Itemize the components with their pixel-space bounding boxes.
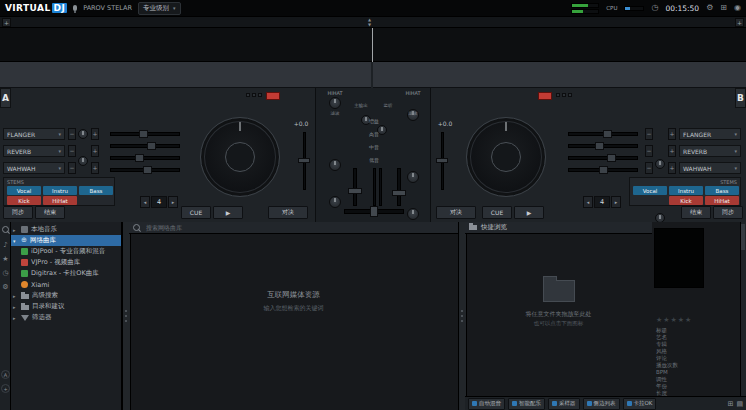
deck-a-play-button[interactable]: ▶ [213,206,243,219]
deck-b-fx3-plus-button[interactable]: + [668,162,676,174]
deck-b-fx-select-2[interactable]: REVERB▾ [679,145,741,157]
deck-a-param-slider-2[interactable] [110,144,180,148]
search-icon[interactable] [0,225,11,237]
sidebar-item-filters[interactable]: ▸ 筛选器 [11,312,121,323]
deck-a-record-button[interactable] [266,92,280,100]
deck-b-record-button[interactable] [538,92,552,100]
slider-handle[interactable] [143,166,152,174]
karaoke-button[interactable]: 卡拉OK [623,398,657,410]
sidelist-button[interactable]: 侧边列表 [583,398,620,410]
sidebar-item-xiami[interactable]: Xiami [11,279,121,290]
deck-b-stem-vocal-button[interactable]: Vocal [633,186,667,195]
deck-a-fx1-plus-button[interactable]: + [91,128,99,140]
deck-a-param-slider-4[interactable] [110,168,180,172]
deck-b-loop-double-button[interactable]: ▸ [611,196,621,208]
deck-b-param-slider-1[interactable] [568,132,638,136]
expander-icon[interactable]: ▸ [13,304,18,310]
power-icon[interactable]: ◉ [734,4,741,12]
panel-splitter-left[interactable] [122,222,131,410]
rating-stars[interactable]: ★★★★★ [656,316,692,324]
deck-a-stem-bass-button[interactable]: Bass [79,186,113,195]
smart-mix-button[interactable]: 智能配乐 [508,398,545,410]
expander-icon[interactable]: ▸ [13,315,18,321]
expander-icon[interactable]: ▾ [13,238,18,244]
sidebar-item-idjpool[interactable]: iDJPool - 专业音频和混音 [11,246,121,257]
rail-add-button[interactable]: + [1,384,10,393]
deck-b-loop-half-button[interactable]: ◂ [583,196,593,208]
deck-b-fx2-plus-button[interactable]: + [668,145,676,157]
deck-a-fx-select-2[interactable]: REVERB▾ [3,145,65,157]
deck-a-stem-instru-button[interactable]: Instru [43,186,77,195]
deck-b-stem-hihat-button[interactable]: HiHat [705,196,739,205]
deck-b-play-button[interactable]: ▶ [514,206,544,219]
deck-b-cue-button[interactable]: CUE [482,206,512,219]
slider-handle[interactable] [607,154,616,162]
deck-b-pitch-handle[interactable] [436,158,448,163]
slider-handle[interactable] [603,130,612,138]
slider-handle[interactable] [147,142,156,150]
mixer-gain-knob-left[interactable] [329,159,341,171]
deck-a-loop-half-button[interactable]: ◂ [140,196,150,208]
waveform-display[interactable] [0,28,746,62]
mixer-volume-fader-left[interactable] [353,168,357,206]
deck-a-fx3-plus-button[interactable]: + [91,162,99,174]
deck-b-fx1-knob[interactable] [655,159,665,169]
deck-a-fx-select-3[interactable]: WAHWAH▾ [3,162,65,174]
wave-scroll-down-icon[interactable]: ▼ [368,22,371,27]
deck-b-fx-select-3[interactable]: WAHWAH▾ [679,162,741,174]
deck-a-cue-button[interactable]: CUE [181,206,211,219]
slider-handle[interactable] [599,166,608,174]
deck-a-fx2-knob[interactable] [78,156,88,166]
deck-a-duel-button[interactable]: 对决 [268,206,308,219]
sidebar-item-local-music[interactable]: ▸ 本地音乐 [11,224,121,235]
deck-a-stem-vocal-button[interactable]: Vocal [7,186,41,195]
expander-icon[interactable]: ▸ [13,293,18,299]
wave-zoom-left-button[interactable]: + [2,18,11,27]
deck-a-fx-select-1[interactable]: FLANGER▾ [3,128,65,140]
deck-a-fx1-minus-button[interactable]: − [68,128,76,140]
deck-b-param-slider-2[interactable] [568,144,638,148]
deck-a-fx2-plus-button[interactable]: + [91,145,99,157]
layout-select[interactable]: 专业级别 ▾ [138,2,181,15]
deck-a-sync-button[interactable]: 同步 [3,206,33,219]
deck-b-duel-button[interactable]: 对决 [436,206,476,219]
deck-b-stem-bass-button[interactable]: Bass [705,186,739,195]
mixer-volume-handle-left[interactable] [348,188,362,194]
sidebar-item-vjpro[interactable]: VJPro - 视频曲库 [11,257,121,268]
deck-b-fx1-plus-button[interactable]: + [668,128,676,140]
mixer-volume-fader-right[interactable] [397,168,401,206]
search-input[interactable] [144,223,328,232]
deck-b-param-slider-4[interactable] [568,168,638,172]
clock-history-icon[interactable]: ◷ [0,267,11,279]
mixer-high-knob-right[interactable] [407,208,419,220]
deck-b-sync-button[interactable]: 同步 [713,206,743,219]
sidebar-item-advanced-search[interactable]: ▸ 高级搜索 [11,290,121,301]
automix-button[interactable]: 自动混音 [468,398,505,410]
deck-b-stem-instru-button[interactable]: Instru [669,186,703,195]
mixer-hihat-knob-left[interactable] [329,97,341,109]
mixer-high-knob-left[interactable] [329,196,341,208]
deck-b-end-button[interactable]: 结束 [681,206,711,219]
window-layout-icon[interactable]: ⊞ [720,4,727,12]
star-icon[interactable]: ★ [0,253,11,265]
deck-a-fx3-minus-button[interactable]: − [68,162,76,174]
mixer-crossfader-handle[interactable] [370,206,378,217]
deck-a-stem-hihat-button[interactable]: HiHat [43,196,77,205]
expander-icon[interactable]: ▸ [13,227,18,233]
deck-b-fx2-minus-button[interactable]: − [645,145,653,157]
settings-gear-icon[interactable]: ⚙ [0,281,11,293]
drop-folder-icon[interactable] [543,280,575,302]
deck-b-param-slider-3[interactable] [568,156,638,160]
sampler-button[interactable]: 采样器 [548,398,580,410]
deck-b-fx3-minus-button[interactable]: − [645,162,653,174]
deck-b-jog-wheel[interactable] [466,117,546,197]
slider-handle[interactable] [135,154,144,162]
grid-view-icon[interactable]: ⊞ [728,400,734,408]
deck-b-fx-select-1[interactable]: FLANGER▾ [679,128,741,140]
deck-b-stem-kick-button[interactable]: Kick [669,196,703,205]
deck-a-end-button[interactable]: 结束 [35,206,65,219]
scrollbar-thumb[interactable] [741,224,745,250]
deck-b-fx1-minus-button[interactable]: − [645,128,653,140]
deck-a-param-slider-1[interactable] [110,132,180,136]
list-view-icon[interactable]: ▤ [736,400,743,408]
